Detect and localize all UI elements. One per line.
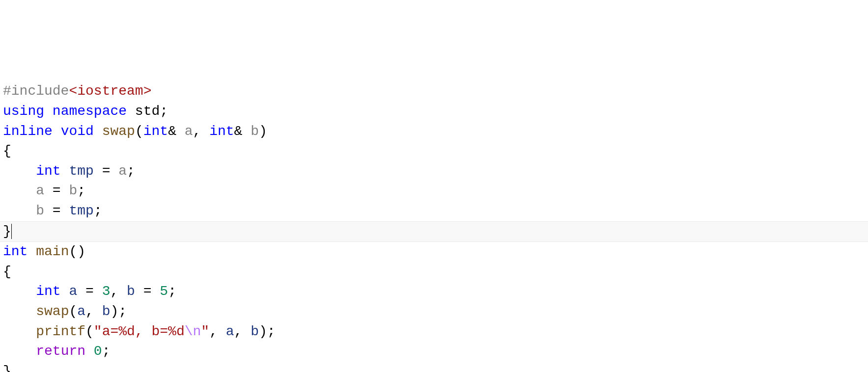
string-token: "a=%d, b=%d bbox=[94, 324, 185, 339]
code-line: swap(a, b); bbox=[0, 302, 868, 322]
keyword-token: namespace bbox=[53, 104, 127, 119]
code-line: printf("a=%d, b=%d\n", a, b); bbox=[0, 322, 868, 342]
var-token: tmp bbox=[69, 203, 93, 218]
var-token: b bbox=[251, 324, 259, 339]
param-token: a bbox=[118, 163, 127, 179]
code-line: { bbox=[0, 141, 868, 161]
header-token: <iostream> bbox=[69, 83, 151, 99]
code-line: return 0; bbox=[0, 342, 868, 362]
var-token: a bbox=[226, 324, 234, 339]
code-line: int a = 3, b = 5; bbox=[0, 282, 868, 302]
type-token: int bbox=[3, 244, 28, 259]
type-token: void bbox=[61, 124, 94, 139]
param-token: b bbox=[251, 124, 259, 139]
code-line: inline void swap(int& a, int& b) bbox=[0, 122, 868, 142]
param-token: a bbox=[185, 124, 193, 139]
function-token: swap bbox=[36, 304, 69, 319]
code-line: int tmp = a; bbox=[0, 161, 868, 182]
type-token: int bbox=[36, 163, 60, 179]
keyword-token: using bbox=[3, 104, 44, 119]
var-token: a bbox=[69, 284, 77, 299]
text-cursor bbox=[11, 224, 12, 239]
code-line: b = tmp; bbox=[0, 201, 868, 221]
keyword-token: return bbox=[36, 344, 85, 359]
type-token: int bbox=[209, 124, 234, 139]
number-token: 5 bbox=[160, 284, 168, 299]
number-token: 3 bbox=[102, 284, 111, 299]
param-token: b bbox=[36, 203, 44, 218]
param-token: a bbox=[36, 183, 44, 198]
keyword-token: inline bbox=[3, 124, 53, 139]
preproc-token: #include bbox=[3, 83, 69, 99]
text-token: std; bbox=[127, 104, 168, 119]
code-line: { bbox=[0, 262, 868, 282]
code-line-current: } bbox=[0, 221, 868, 242]
type-token: int bbox=[36, 284, 60, 299]
code-line: a = b; bbox=[0, 181, 868, 201]
number-token: 0 bbox=[94, 344, 102, 359]
param-token: b bbox=[69, 183, 77, 198]
escape-token: \n bbox=[185, 324, 201, 339]
var-token: b bbox=[127, 284, 135, 299]
type-token: int bbox=[143, 124, 168, 139]
var-token: tmp bbox=[69, 163, 93, 179]
var-token: a bbox=[77, 304, 85, 319]
code-line: using namespace std; bbox=[0, 102, 868, 122]
code-line: int main() bbox=[0, 242, 868, 262]
function-token: main bbox=[36, 244, 69, 259]
function-token: swap bbox=[102, 124, 135, 139]
code-line: #include<iostream> bbox=[0, 81, 868, 102]
code-line: } bbox=[0, 362, 868, 372]
function-token: printf bbox=[36, 324, 85, 339]
var-token: b bbox=[102, 304, 111, 319]
code-editor[interactable]: #include<iostream>using namespace std;in… bbox=[0, 81, 868, 372]
